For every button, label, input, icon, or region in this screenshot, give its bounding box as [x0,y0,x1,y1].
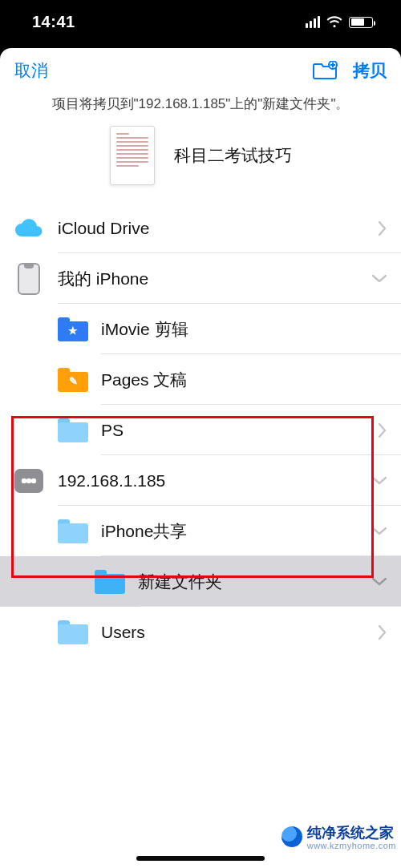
watermark-title: 纯净系统之家 [307,825,394,841]
watermark: 纯净系统之家 www.kzmyhome.com [282,823,396,850]
status-time: 14:41 [32,13,75,31]
row-users[interactable]: Users [0,607,401,657]
chevron-down-icon [372,527,387,535]
row-server[interactable]: 192.168.1.185 [0,455,401,506]
folder-icon: ★ [58,317,88,341]
subtitle-text: 项目将拷贝到"192.168.1.185"上的"新建文件夹"。 [0,93,401,121]
cancel-button[interactable]: 取消 [14,59,48,82]
new-folder-icon[interactable] [313,61,338,80]
chevron-right-icon [379,625,387,640]
row-label: 我的 iPhone [58,268,372,290]
chevron-down-icon [372,477,387,485]
row-imovie[interactable]: ★ iMovie 剪辑 [0,304,401,354]
row-label: PS [101,421,379,440]
row-pages[interactable]: ✎ Pages 文稿 [0,354,401,405]
chevron-down-icon [372,275,387,283]
wifi-icon [326,16,342,28]
row-label: iPhone共享 [101,520,372,543]
folder-icon [58,519,88,543]
document-thumbnail-icon [110,126,155,185]
row-icloud[interactable]: iCloud Drive [0,203,401,253]
sheet-nav: 取消 拷贝 [0,48,401,93]
svg-point-1 [22,478,26,482]
folder-icon [58,418,88,442]
document-name: 科目二考试技巧 [174,144,292,167]
icloud-icon [13,217,45,240]
row-label: Users [101,623,379,642]
folder-icon [95,570,125,594]
row-my-iphone[interactable]: 我的 iPhone [0,253,401,304]
row-label: 新建文件夹 [138,571,372,593]
home-indicator[interactable] [136,856,265,861]
row-label: iMovie 剪辑 [101,318,387,341]
battery-icon [349,17,373,28]
file-preview: 科目二考试技巧 [0,121,401,203]
notch [120,0,281,29]
location-list[interactable]: iCloud Drive 我的 iPhone ★ iMovie 剪辑 ✎ Pag… [0,203,401,868]
server-icon [14,469,43,493]
signal-icon [306,16,320,28]
row-ps[interactable]: PS [0,405,401,455]
row-new-folder[interactable]: 新建文件夹 [0,556,401,607]
row-label: iCloud Drive [58,219,379,238]
watermark-url: www.kzmyhome.com [307,841,396,850]
watermark-logo-icon [282,826,302,847]
folder-icon: ✎ [58,368,88,392]
row-iphone-share[interactable]: iPhone共享 [0,506,401,556]
svg-point-3 [31,478,36,482]
iphone-icon [18,263,40,295]
chevron-down-icon [372,578,387,586]
row-label: Pages 文稿 [101,369,387,391]
status-indicators [306,16,373,28]
chevron-right-icon [379,221,387,236]
row-label: 192.168.1.185 [58,471,372,491]
svg-point-2 [26,478,31,482]
copy-button[interactable]: 拷贝 [353,59,387,82]
copy-sheet: 取消 拷贝 项目将拷贝到"192.168.1.185"上的"新建文件夹"。 科目… [0,48,401,868]
folder-icon [58,620,88,644]
chevron-right-icon [379,423,387,438]
